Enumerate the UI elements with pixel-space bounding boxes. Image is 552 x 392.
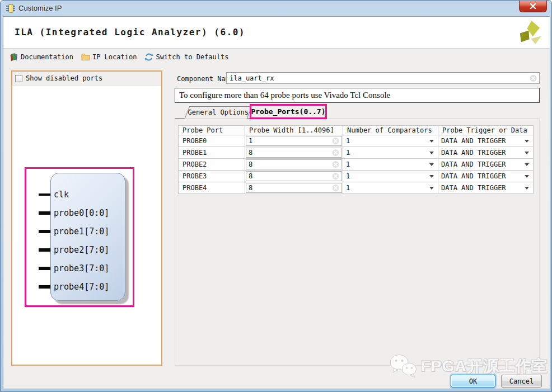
comparators-select[interactable]: 1 xyxy=(343,135,438,147)
component-name-input[interactable] xyxy=(227,73,539,83)
probe-width-cell xyxy=(245,135,343,147)
symbol-panel: Show disabled ports clk probe0[0:0] pr xyxy=(11,70,162,366)
probe-port-cell: PROBE4 xyxy=(178,182,245,194)
probe-port-cell: PROBE1 xyxy=(178,147,245,159)
documentation-label: Documentation xyxy=(21,53,73,61)
column-header-probe-width: Probe Width [1..4096] xyxy=(245,125,343,135)
symbol-panel-header: Show disabled ports xyxy=(12,72,161,86)
port-row: clk xyxy=(51,185,125,204)
documentation-button[interactable]: Documentation xyxy=(10,53,73,62)
probe-width-input[interactable] xyxy=(246,160,342,169)
port-row: probe4[7:0] xyxy=(51,277,125,296)
ip-title: ILA (Integrated Logic Analyzer) (6.0) xyxy=(15,27,245,37)
comparators-value: 1 xyxy=(346,137,350,145)
port-stub xyxy=(39,230,50,233)
trigger-value: DATA AND TRIGGER xyxy=(441,172,506,180)
ok-button[interactable]: OK xyxy=(451,375,495,388)
comparators-select[interactable]: 1 xyxy=(343,182,438,194)
probe-limit-notice: To configure more than 64 probe ports us… xyxy=(175,88,540,103)
show-disabled-ports-label: Show disabled ports xyxy=(26,74,102,82)
trigger-value: DATA AND TRIGGER xyxy=(441,184,506,192)
trigger-select[interactable]: DATA AND TRIGGER xyxy=(438,147,534,159)
probe-width-cell xyxy=(245,147,343,159)
table-row-probe0: PROBE0 1 DATA AND TRIGGER xyxy=(178,135,534,147)
clear-icon[interactable] xyxy=(332,138,339,145)
clear-icon[interactable] xyxy=(332,173,339,180)
comparators-value: 1 xyxy=(346,172,350,180)
tab-probe-ports[interactable]: Probe_Ports(0..7) xyxy=(250,104,327,119)
table-row-probe3: PROBE3 1 DATA AND TRIGGER xyxy=(178,171,534,182)
ok-button-label: OK xyxy=(469,377,477,385)
chevron-down-icon xyxy=(429,140,434,143)
port-label-clk: clk xyxy=(51,190,69,200)
comparators-value: 1 xyxy=(346,160,350,168)
probe-port-cell: PROBE0 xyxy=(178,135,245,147)
probe-width-cell xyxy=(245,182,343,194)
clear-icon[interactable] xyxy=(332,185,339,192)
probe-width-input[interactable] xyxy=(246,183,342,192)
trigger-select[interactable]: DATA AND TRIGGER xyxy=(438,182,534,194)
xilinx-logo xyxy=(516,20,542,46)
port-label-probe4: probe4[7:0] xyxy=(51,282,109,292)
switch-to-defaults-label: Switch to Defaults xyxy=(156,53,228,61)
ip-location-button[interactable]: IP Location xyxy=(81,53,137,62)
port-row: probe0[0:0] xyxy=(51,204,125,222)
port-stub xyxy=(39,211,50,215)
table-row-probe4: PROBE4 1 DATA AND TRIGGER xyxy=(178,182,534,194)
port-stub xyxy=(39,285,50,289)
tab-general-options[interactable]: General Options xyxy=(185,106,252,119)
chevron-down-icon xyxy=(525,140,529,143)
ip-header: ILA (Integrated Logic Analyzer) (6.0) xyxy=(3,17,550,49)
trigger-value: DATA AND TRIGGER xyxy=(441,137,506,145)
column-header-probe-port: Probe Port xyxy=(178,125,245,135)
probe-ports-panel: Probe Port Probe Width [1..4096] Number … xyxy=(175,119,540,366)
trigger-select[interactable]: DATA AND TRIGGER xyxy=(438,171,534,182)
ip-symbol-block[interactable]: clk probe0[0:0] probe1[7:0] probe2[7:0] xyxy=(50,173,125,301)
port-stub xyxy=(39,267,50,270)
comparators-select[interactable]: 1 xyxy=(343,171,438,182)
comparators-value: 1 xyxy=(346,149,350,157)
toolbar: Documentation IP Location Switch to Defa… xyxy=(3,49,550,65)
close-button[interactable] xyxy=(519,1,547,12)
comparators-select[interactable]: 1 xyxy=(343,159,438,171)
port-label-probe1: probe1[7:0] xyxy=(51,226,109,237)
probe-width-input[interactable] xyxy=(246,172,342,181)
customize-ip-window: Customize IP ILA (Integrated Logic Analy… xyxy=(0,0,552,392)
titlebar[interactable]: Customize IP xyxy=(1,1,551,16)
table-row-probe1: PROBE1 1 DATA AND TRIGGER xyxy=(178,147,534,159)
clear-icon[interactable] xyxy=(332,149,339,157)
comparators-select[interactable]: 1 xyxy=(343,147,438,159)
window-title: Customize IP xyxy=(18,4,62,12)
probe-width-cell xyxy=(245,159,343,171)
chevron-down-icon xyxy=(429,175,434,178)
port-row: probe3[7:0] xyxy=(51,259,125,277)
chevron-down-icon xyxy=(525,175,529,178)
dialog-body: ILA (Integrated Logic Analyzer) (6.0) Do… xyxy=(3,16,550,389)
component-name-field xyxy=(226,72,540,84)
chevron-down-icon xyxy=(525,187,529,190)
switch-to-defaults-button[interactable]: Switch to Defaults xyxy=(144,53,228,62)
chevron-down-icon xyxy=(525,152,529,154)
probe-port-cell: PROBE3 xyxy=(178,171,245,182)
show-disabled-ports-checkbox[interactable] xyxy=(15,75,22,82)
port-label-probe3: probe3[7:0] xyxy=(51,263,109,273)
clear-icon[interactable] xyxy=(530,74,537,82)
tab-general-options-label: General Options xyxy=(188,107,249,119)
probe-width-input[interactable] xyxy=(246,148,342,157)
chevron-down-icon xyxy=(429,163,434,166)
port-row: probe1[7:0] xyxy=(51,222,125,240)
clear-icon[interactable] xyxy=(332,161,339,168)
probe-table: Probe Port Probe Width [1..4096] Number … xyxy=(178,125,534,194)
tabstrip: General Options Probe_Ports(0..7) xyxy=(175,105,540,119)
ip-symbol-diagram: clk probe0[0:0] probe1[7:0] probe2[7:0] xyxy=(12,86,161,366)
comparators-value: 1 xyxy=(346,184,350,192)
table-header-row: Probe Port Probe Width [1..4096] Number … xyxy=(178,125,534,135)
column-header-comparators: Number of Comparators xyxy=(343,125,438,135)
trigger-select[interactable]: DATA AND TRIGGER xyxy=(438,135,534,147)
trigger-select[interactable]: DATA AND TRIGGER xyxy=(438,159,534,171)
probe-width-input[interactable] xyxy=(246,136,342,145)
probe-port-cell: PROBE2 xyxy=(178,159,245,171)
documentation-book-icon xyxy=(10,53,18,62)
cancel-button[interactable]: Cancel xyxy=(501,375,542,388)
probe-width-cell xyxy=(245,171,343,182)
